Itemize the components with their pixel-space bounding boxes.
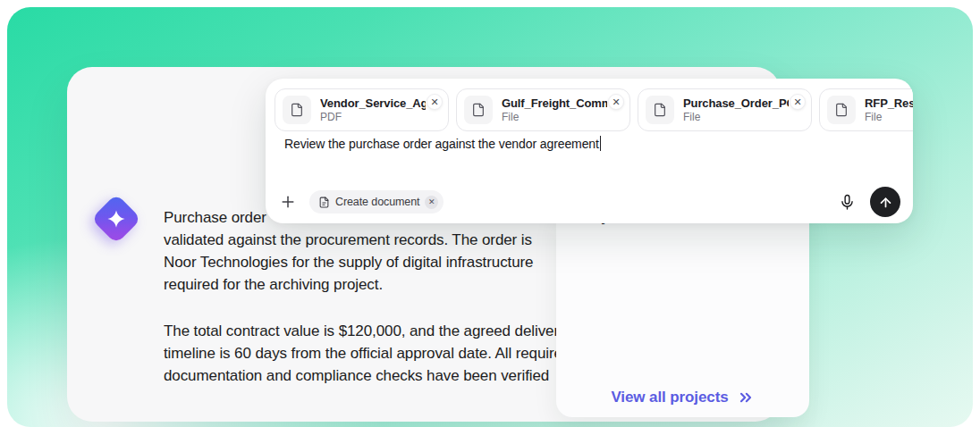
file-text-icon bbox=[318, 197, 330, 208]
send-button[interactable] bbox=[870, 187, 900, 217]
add-attachment-button[interactable] bbox=[277, 191, 299, 213]
composer-panel: Vendor_Service_Agre... PDF ✕ Gulf_Freigh… bbox=[266, 79, 913, 223]
close-icon: ✕ bbox=[793, 97, 801, 107]
page: Purchase order validated against the pro… bbox=[0, 0, 980, 427]
attachment-name: Purchase_Order_PO-... bbox=[683, 96, 789, 111]
attachment-chip[interactable]: Purchase_Order_PO-... File ✕ bbox=[638, 88, 812, 131]
file-icon bbox=[827, 96, 856, 124]
close-icon: ✕ bbox=[612, 97, 620, 107]
remove-attachment-button[interactable]: ✕ bbox=[608, 94, 624, 110]
create-document-chip[interactable]: Create document ✕ bbox=[309, 190, 444, 214]
create-document-label: Create document bbox=[335, 196, 419, 208]
attachment-chip[interactable]: Gulf_Freight_Comme... File ✕ bbox=[456, 88, 630, 131]
remove-tool-button[interactable]: ✕ bbox=[425, 196, 438, 209]
file-icon bbox=[283, 96, 311, 124]
chevrons-right-icon bbox=[737, 389, 755, 406]
arrow-up-icon bbox=[878, 195, 893, 210]
microphone-button[interactable] bbox=[836, 191, 858, 213]
file-icon bbox=[646, 96, 674, 124]
attachment-info: Vendor_Service_Agre... PDF bbox=[320, 96, 426, 124]
attachment-name: Vendor_Service_Agre... bbox=[320, 96, 426, 111]
microphone-icon bbox=[839, 194, 856, 211]
attachment-chip[interactable]: Vendor_Service_Agre... PDF ✕ bbox=[275, 88, 449, 131]
attachment-name: Gulf_Freight_Comme... bbox=[502, 96, 607, 111]
view-all-projects-label: View all projects bbox=[611, 389, 728, 406]
assistant-logo bbox=[91, 194, 141, 244]
sparkle-diamond-icon bbox=[91, 194, 142, 245]
close-icon: ✕ bbox=[430, 97, 438, 107]
prompt-text: Review the purchase order against the ve… bbox=[284, 137, 599, 151]
attachment-type: File bbox=[865, 111, 913, 124]
assistant-message-paragraph-2: The total contract value is $120,000, an… bbox=[164, 320, 570, 387]
remove-attachment-button[interactable]: ✕ bbox=[427, 94, 443, 110]
attachment-chip[interactable]: RFP_Response... File ✕ bbox=[819, 88, 913, 131]
file-icon bbox=[464, 96, 493, 124]
close-icon: ✕ bbox=[428, 197, 435, 206]
attachment-info: Purchase_Order_PO-... File bbox=[683, 96, 789, 124]
attachment-info: RFP_Response... File bbox=[865, 96, 913, 124]
attachment-type: File bbox=[502, 111, 607, 124]
attachment-name: RFP_Response... bbox=[865, 96, 913, 111]
text-cursor bbox=[600, 136, 602, 151]
attachment-type: PDF bbox=[320, 111, 426, 124]
composer-toolbar: Create document ✕ bbox=[277, 186, 900, 218]
view-all-projects-link[interactable]: View all projects bbox=[556, 389, 809, 406]
attachment-info: Gulf_Freight_Comme... File bbox=[502, 96, 607, 124]
attachment-type: File bbox=[683, 111, 789, 124]
projects-panel: Projects Naqel Express Partnership Jedda… bbox=[556, 205, 809, 417]
prompt-input[interactable]: Review the purchase order against the ve… bbox=[284, 136, 601, 151]
remove-attachment-button[interactable]: ✕ bbox=[790, 94, 806, 110]
plus-icon bbox=[279, 193, 297, 211]
attachment-chips: Vendor_Service_Agre... PDF ✕ Gulf_Freigh… bbox=[275, 88, 913, 131]
